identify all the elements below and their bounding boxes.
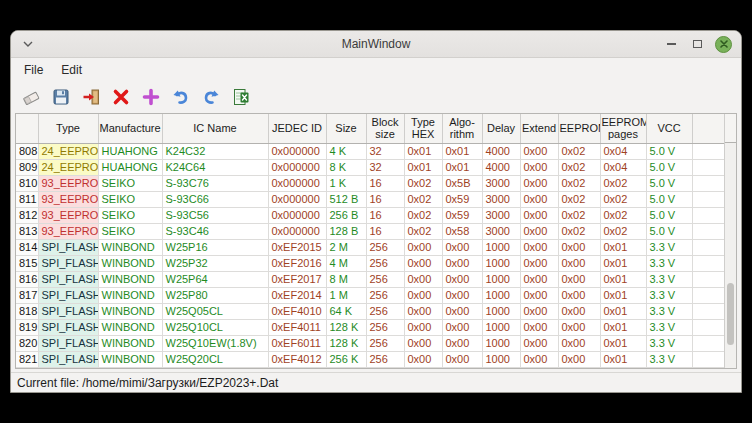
jedec-id-cell[interactable]: 0xEF2017: [268, 271, 326, 287]
col-header-ic-name[interactable]: IC Name: [162, 114, 268, 143]
row-number-cell[interactable]: 817: [16, 287, 38, 303]
delay-cell[interactable]: 1000: [482, 319, 520, 335]
jedec-id-cell[interactable]: 0x000000: [268, 143, 326, 159]
manufacture-cell[interactable]: WINBOND: [98, 303, 162, 319]
close-button[interactable]: [715, 36, 732, 53]
extend-cell[interactable]: 0x00: [520, 175, 558, 191]
type-hex-cell[interactable]: 0x00: [404, 271, 442, 287]
delay-cell[interactable]: 3000: [482, 223, 520, 239]
row-number-cell[interactable]: 812: [16, 207, 38, 223]
row-number-cell[interactable]: 821: [16, 351, 38, 367]
undo-button[interactable]: [168, 84, 193, 109]
eeprom-pages-cell[interactable]: 0x02: [600, 207, 646, 223]
table-row[interactable]: 821SPI_FLASHWINBONDW25Q20CL0xEF4012256 K…: [16, 351, 724, 367]
eeprom-cell[interactable]: 0x02: [558, 143, 600, 159]
ic-name-cell[interactable]: W25P16: [162, 239, 268, 255]
block-size-cell[interactable]: 256: [366, 255, 404, 271]
extend-cell[interactable]: 0x00: [520, 207, 558, 223]
ic-name-cell[interactable]: S-93C76: [162, 175, 268, 191]
jedec-id-cell[interactable]: 0x000000: [268, 223, 326, 239]
delay-cell[interactable]: 3000: [482, 207, 520, 223]
vcc-cell[interactable]: 3.3 V: [646, 271, 692, 287]
manufacture-cell[interactable]: WINBOND: [98, 287, 162, 303]
export-button[interactable]: [228, 84, 253, 109]
manufacture-cell[interactable]: SEIKO: [98, 175, 162, 191]
eeprom-cell[interactable]: 0x00: [558, 255, 600, 271]
table-row[interactable]: 814SPI_FLASHWINBONDW25P160xEF20152 M2560…: [16, 239, 724, 255]
type-cell[interactable]: 93_EEPROM: [38, 223, 98, 239]
size-cell[interactable]: 2 M: [326, 239, 366, 255]
eeprom-cell[interactable]: 0x02: [558, 175, 600, 191]
delay-cell[interactable]: 1000: [482, 335, 520, 351]
extend-cell[interactable]: 0x00: [520, 239, 558, 255]
ic-name-cell[interactable]: S-93C56: [162, 207, 268, 223]
delay-cell[interactable]: 1000: [482, 255, 520, 271]
extend-cell[interactable]: 0x00: [520, 191, 558, 207]
manufacture-cell[interactable]: WINBOND: [98, 271, 162, 287]
type-cell[interactable]: SPI_FLASH: [38, 255, 98, 271]
row-number-cell[interactable]: 808: [16, 143, 38, 159]
type-cell[interactable]: SPI_FLASH: [38, 351, 98, 367]
manufacture-cell[interactable]: WINBOND: [98, 319, 162, 335]
type-cell[interactable]: 93_EEPROM: [38, 191, 98, 207]
type-cell[interactable]: SPI_FLASH: [38, 239, 98, 255]
row-number-cell[interactable]: 814: [16, 239, 38, 255]
extend-cell[interactable]: 0x00: [520, 159, 558, 175]
ic-name-cell[interactable]: W25P80: [162, 287, 268, 303]
table-row[interactable]: 80924_EEPROMHUAHONGK24C640x0000008 K320x…: [16, 159, 724, 175]
extend-cell[interactable]: 0x00: [520, 335, 558, 351]
ic-name-cell[interactable]: W25P32: [162, 255, 268, 271]
eeprom-pages-cell[interactable]: 0x01: [600, 303, 646, 319]
delay-cell[interactable]: 1000: [482, 351, 520, 367]
vcc-cell[interactable]: 3.3 V: [646, 351, 692, 367]
save-button[interactable]: [48, 84, 73, 109]
type-hex-cell[interactable]: 0x00: [404, 335, 442, 351]
vcc-cell[interactable]: 5.0 V: [646, 223, 692, 239]
scrollbar-track[interactable]: [725, 143, 736, 368]
algorithm-cell[interactable]: 0x59: [442, 207, 482, 223]
add-button[interactable]: [138, 84, 163, 109]
jedec-id-cell[interactable]: 0xEF4010: [268, 303, 326, 319]
vcc-cell[interactable]: 3.3 V: [646, 287, 692, 303]
eeprom-pages-cell[interactable]: 0x01: [600, 351, 646, 367]
manufacture-cell[interactable]: HUAHONG: [98, 159, 162, 175]
size-cell[interactable]: 1 M: [326, 287, 366, 303]
table-row[interactable]: 81393_EEPROMSEIKOS-93C460x000000128 B160…: [16, 223, 724, 239]
col-header-block-size[interactable]: Block size: [366, 114, 404, 143]
type-cell[interactable]: 93_EEPROM: [38, 207, 98, 223]
extend-cell[interactable]: 0x00: [520, 271, 558, 287]
col-header-manufacture[interactable]: Manufacture: [98, 114, 162, 143]
ic-name-cell[interactable]: W25Q10EW(1.8V): [162, 335, 268, 351]
type-cell[interactable]: SPI_FLASH: [38, 319, 98, 335]
manufacture-cell[interactable]: SEIKO: [98, 207, 162, 223]
jedec-id-cell[interactable]: 0xEF2016: [268, 255, 326, 271]
col-header-size[interactable]: Size: [326, 114, 366, 143]
vcc-cell[interactable]: 5.0 V: [646, 207, 692, 223]
block-size-cell[interactable]: 256: [366, 287, 404, 303]
block-size-cell[interactable]: 16: [366, 191, 404, 207]
vcc-cell[interactable]: 5.0 V: [646, 175, 692, 191]
algorithm-cell[interactable]: 0x58: [442, 223, 482, 239]
type-hex-cell[interactable]: 0x02: [404, 175, 442, 191]
delete-button[interactable]: [108, 84, 133, 109]
delay-cell[interactable]: 3000: [482, 175, 520, 191]
jedec-id-cell[interactable]: 0xEF2014: [268, 287, 326, 303]
block-size-cell[interactable]: 32: [366, 143, 404, 159]
size-cell[interactable]: 4 M: [326, 255, 366, 271]
eeprom-cell[interactable]: 0x02: [558, 159, 600, 175]
size-cell[interactable]: 128 K: [326, 319, 366, 335]
redo-button[interactable]: [198, 84, 223, 109]
jedec-id-cell[interactable]: 0x000000: [268, 191, 326, 207]
col-header-type-hex[interactable]: Type HEX: [404, 114, 442, 143]
eeprom-cell[interactable]: 0x00: [558, 303, 600, 319]
eeprom-cell[interactable]: 0x02: [558, 207, 600, 223]
type-cell[interactable]: 24_EEPROM: [38, 159, 98, 175]
size-cell[interactable]: 256 K: [326, 351, 366, 367]
jedec-id-cell[interactable]: 0xEF4011: [268, 319, 326, 335]
vertical-scrollbar[interactable]: [724, 114, 736, 368]
row-number-cell[interactable]: 819: [16, 319, 38, 335]
delay-cell[interactable]: 1000: [482, 271, 520, 287]
type-hex-cell[interactable]: 0x00: [404, 239, 442, 255]
jedec-id-cell[interactable]: 0xEF4012: [268, 351, 326, 367]
eeprom-pages-cell[interactable]: 0x02: [600, 175, 646, 191]
